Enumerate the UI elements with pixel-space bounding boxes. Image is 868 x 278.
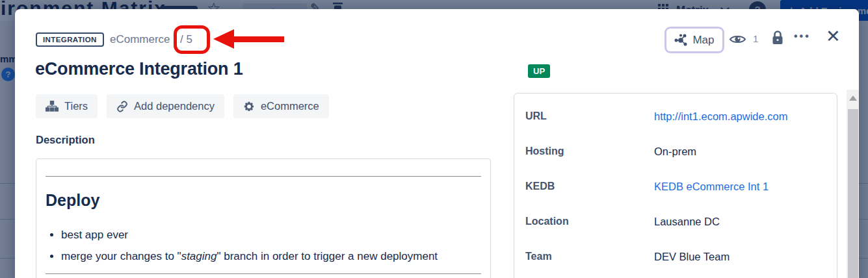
- field-label: Team: [525, 251, 654, 262]
- attributes-panel: URL http://int1.ecom.apwide.com Hosting …: [514, 93, 837, 278]
- field-label: Hosting: [525, 145, 654, 157]
- tiers-hierarchy-icon: [46, 101, 59, 112]
- map-label: Map: [692, 34, 714, 47]
- map-button[interactable]: Map: [664, 27, 724, 53]
- category-button[interactable]: eCommerce: [233, 94, 329, 118]
- field-label: KEDB: [525, 181, 654, 192]
- field-label: URL: [525, 110, 654, 122]
- toolbar: Tiers Add dependency eCommerce: [36, 94, 329, 118]
- modal-scrollbar[interactable]: [847, 90, 859, 278]
- close-icon[interactable]: ✕: [826, 26, 841, 47]
- url-link[interactable]: http://int1.ecom.apwide.com: [654, 110, 787, 123]
- field-row-hosting: Hosting On-prem: [514, 134, 837, 169]
- watch-icon[interactable]: [729, 33, 746, 45]
- type-badge: INTEGRATION: [36, 32, 104, 47]
- tiers-label: Tiers: [64, 100, 88, 112]
- field-value: Lausanne DC: [654, 216, 720, 228]
- field-row-location: Location Lausanne DC: [514, 204, 837, 239]
- field-label: Location: [525, 216, 654, 227]
- watchers-count: 1: [753, 33, 758, 44]
- field-value: On-prem: [654, 145, 696, 158]
- lock-icon[interactable]: [771, 30, 784, 46]
- kedb-link[interactable]: KEDB eCommerce Int 1: [654, 181, 769, 193]
- divider: [46, 273, 481, 274]
- annotation-arrow-shaft: [232, 36, 284, 42]
- list-item: merge your changes to "staging" branch i…: [61, 248, 490, 265]
- status-badge: UP: [528, 64, 550, 78]
- description-label: Description: [36, 134, 95, 146]
- add-dependency-label: Add dependency: [134, 100, 215, 112]
- category-label: eCommerce: [261, 100, 319, 112]
- branch-name: staging: [181, 250, 217, 262]
- field-row-team: Team DEV Blue Team: [514, 239, 837, 274]
- scrollbar-thumb[interactable]: [848, 109, 858, 278]
- description-card: Deploy best app ever merge your changes …: [36, 158, 491, 278]
- list-item: best app ever: [61, 227, 490, 244]
- field-row-kedb: KEDB KEDB eCommerce Int 1: [514, 169, 837, 204]
- divider: [46, 176, 481, 177]
- environment-details-modal: INTEGRATION eCommerce / 5 Map 1: [15, 9, 859, 278]
- annotation-arrow-icon: [213, 29, 234, 49]
- map-network-icon: [674, 34, 688, 47]
- annotation-highlight-ring: [174, 25, 210, 54]
- scroll-up-arrow-icon[interactable]: [849, 95, 857, 101]
- description-heading: Deploy: [46, 191, 490, 210]
- more-menu-button[interactable]: •••: [794, 31, 811, 42]
- link-icon: [116, 101, 128, 112]
- description-list: best app ever merge your changes to "sta…: [36, 227, 490, 265]
- tiers-button[interactable]: Tiers: [36, 94, 98, 118]
- field-value: DEV Blue Team: [654, 251, 730, 263]
- breadcrumb-category: eCommerce: [110, 33, 170, 46]
- field-row-url: URL http://int1.ecom.apwide.com: [514, 99, 837, 134]
- environment-title: eCommerce Integration 1: [35, 59, 243, 79]
- add-dependency-button[interactable]: Add dependency: [107, 94, 224, 118]
- gear-icon: [243, 101, 255, 112]
